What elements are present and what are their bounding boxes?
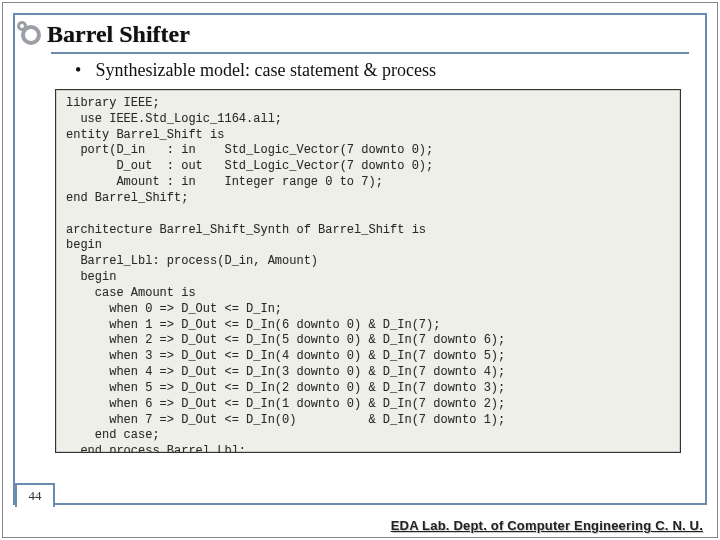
slide-inner-frame: Barrel Shifter • Synthesizable model: ca… <box>13 13 707 505</box>
code-box: library IEEE; use IEEE.Std_Logic_1164.al… <box>55 89 681 453</box>
slide-title: Barrel Shifter <box>47 21 699 48</box>
page-number: 44 <box>15 483 55 507</box>
code-content: library IEEE; use IEEE.Std_Logic_1164.al… <box>66 96 670 453</box>
gear-small-icon <box>17 21 27 31</box>
bullet-line: • Synthesizable model: case statement & … <box>75 60 665 81</box>
footer-text: EDA Lab. Dept. of Computer Engineering C… <box>391 518 703 533</box>
bullet-text: Synthesizable model: case statement & pr… <box>96 60 436 80</box>
bullet-marker: • <box>75 60 91 81</box>
title-row: Barrel Shifter <box>15 15 705 48</box>
slide-outer-frame: Barrel Shifter • Synthesizable model: ca… <box>2 2 718 538</box>
gear-icon <box>21 25 41 45</box>
title-underline <box>51 52 689 54</box>
